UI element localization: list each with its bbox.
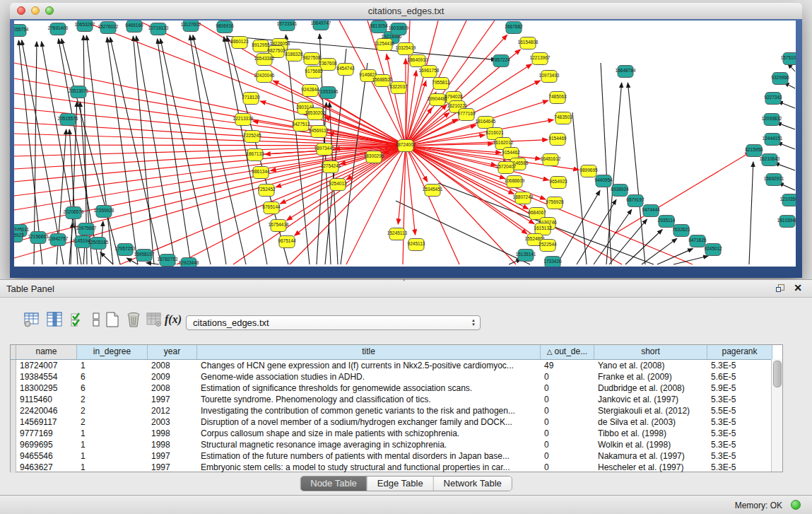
cell-in-degree[interactable]: 1 — [77, 360, 148, 371]
graph-node[interactable]: 8938924 — [611, 185, 629, 197]
column-header-year[interactable]: year — [148, 345, 197, 359]
graph-node[interactable]: 8454743 — [336, 64, 355, 76]
citation-edge-black[interactable] — [133, 36, 154, 264]
graph-node[interactable]: 8471626 — [688, 235, 707, 247]
memory-status-icon[interactable] — [791, 500, 801, 510]
cell-name[interactable]: 22420046 — [16, 405, 77, 416]
cell-year[interactable]: 2008 — [148, 382, 197, 394]
cell-pagerank[interactable]: 5.3E-5 — [707, 428, 772, 439]
cell-title[interactable]: Disruption of a novel member of a sodium… — [197, 416, 541, 428]
cell-pagerank[interactable]: 5.3E-5 — [707, 394, 772, 405]
citation-edge-black[interactable] — [572, 112, 587, 264]
cell-title[interactable]: Estimation of significance thresholds fo… — [197, 382, 541, 394]
table-row[interactable]: 1938455462009Genome-wide association stu… — [11, 371, 782, 382]
column-header-out-de-[interactable]: △out_de... — [541, 345, 594, 359]
cell-year[interactable]: 2012 — [148, 405, 197, 416]
citation-edge-red[interactable] — [273, 81, 406, 146]
graph-node[interactable]: 8860123 — [230, 37, 249, 49]
citation-edge-red[interactable] — [14, 145, 406, 146]
citation-edge-black[interactable] — [775, 163, 795, 170]
cell-pagerank[interactable]: 5.3E-5 — [707, 360, 772, 371]
graph-node[interactable]: 9329966 — [771, 73, 789, 85]
graph-node[interactable]: 12754241 — [321, 161, 341, 173]
graph-node[interactable]: 1867133 — [246, 149, 264, 161]
cell-out-de-[interactable]: 0 — [541, 450, 594, 462]
cell-pagerank[interactable]: 5.6E-5 — [707, 371, 772, 382]
graph-node[interactable]: 7485063 — [548, 92, 567, 104]
cell-name[interactable]: 19384554 — [16, 371, 77, 382]
graph-node[interactable]: 7857224 — [492, 55, 510, 67]
graph-node[interactable]: 9175685 — [305, 66, 323, 78]
graph-node[interactable]: 1615132 — [534, 223, 552, 235]
cell-title[interactable]: Structural magnetic resonance image aver… — [197, 439, 541, 450]
cell-year[interactable]: 1997 — [148, 450, 197, 462]
graph-node[interactable]: 10653287 — [75, 21, 95, 32]
graph-node[interactable]: 18103948 — [777, 216, 796, 228]
close-panel-icon[interactable]: ✕ — [794, 283, 802, 293]
cell-pagerank[interactable]: 5.3E-5 — [707, 416, 772, 428]
graph-node[interactable]: 22420046 — [254, 71, 275, 83]
cell-short[interactable]: Nakamura et al. (1997) — [594, 450, 707, 462]
table-row[interactable]: 977716911998Corpus callosum shape and si… — [11, 428, 782, 439]
citation-edge-black[interactable] — [577, 199, 616, 264]
graph-node[interactable]: 18640910 — [408, 55, 428, 67]
graph-node[interactable]: 9154462 — [502, 148, 520, 160]
tab-network-table[interactable]: Network Table — [433, 477, 512, 491]
graph-node[interactable]: 18807243 — [513, 192, 534, 204]
graph-node[interactable]: 17359928 — [94, 206, 114, 218]
graph-node[interactable]: 8186328 — [285, 49, 303, 62]
graph-node[interactable]: 9654923 — [549, 177, 567, 189]
cell-in-degree[interactable]: 6 — [77, 371, 148, 382]
cell-name[interactable]: 9463627 — [16, 462, 77, 473]
cell-title[interactable]: Embryonic stem cells: a model to study s… — [197, 462, 541, 473]
citation-edge-black[interactable] — [325, 49, 346, 264]
cell-year[interactable]: 1998 — [148, 439, 197, 450]
graph-node[interactable]: 11254436 — [375, 39, 395, 51]
table-scrollbar[interactable] — [771, 359, 782, 472]
graph-node[interactable]: 6879197 — [626, 195, 645, 207]
cell-out-de-[interactable]: 0 — [541, 382, 594, 394]
citation-edge-red[interactable] — [346, 146, 406, 264]
citation-edge-black[interactable] — [606, 83, 622, 264]
cell-pagerank[interactable]: 5.9E-5 — [707, 382, 772, 394]
cell-name[interactable]: 18300295 — [16, 382, 77, 394]
graph-node[interactable]: 9756928 — [546, 197, 564, 209]
graph-node[interactable]: 9242844 — [301, 85, 319, 97]
citation-edge-red[interactable] — [281, 146, 406, 204]
cell-year[interactable]: 1997 — [148, 394, 197, 405]
cell-pagerank[interactable]: 5.3E-5 — [707, 462, 772, 473]
graph-node[interactable]: 2522544 — [539, 240, 557, 252]
graph-node[interactable]: 18300295 — [364, 151, 384, 163]
graph-node[interactable]: 18724007 — [396, 140, 416, 152]
table-selector-dropdown[interactable]: citations_edges.txt ▲▼ — [186, 315, 481, 330]
citation-edge-red[interactable] — [614, 152, 751, 234]
graph-node[interactable]: 14569117 — [309, 126, 329, 138]
cell-in-degree[interactable]: 2 — [77, 394, 148, 405]
cell-name[interactable]: 9777169 — [16, 428, 77, 439]
graph-node[interactable]: 24055754 — [14, 25, 29, 37]
graph-node[interactable]: 2935114 — [658, 216, 676, 228]
table-row[interactable]: 946554611997Estimation of the future num… — [11, 450, 782, 462]
cell-out-de-[interactable]: 0 — [541, 394, 594, 405]
cell-pagerank[interactable]: 5.5E-5 — [707, 405, 772, 416]
graph-node[interactable]: 12444151 — [763, 134, 783, 146]
graph-node[interactable]: 6466160 — [125, 21, 143, 33]
table-row[interactable]: 946362711997Embryonic stem cells: a mode… — [11, 462, 782, 473]
cell-name[interactable]: 9699695 — [16, 439, 77, 450]
graph-node[interactable]: 20206576 — [64, 207, 84, 219]
graph-node[interactable]: 8322037 — [389, 82, 408, 94]
graph-node[interactable]: 8427512 — [292, 119, 310, 132]
graph-node[interactable]: 16754434 — [269, 220, 289, 232]
citation-edge-black[interactable] — [100, 252, 113, 264]
cell-out-de-[interactable]: 49 — [541, 360, 594, 371]
graph-node[interactable]: 17957253 — [115, 244, 136, 256]
cell-name[interactable]: 9115460 — [16, 394, 77, 405]
graph-node[interactable]: 15135141 — [516, 250, 536, 262]
graph-node[interactable]: 9777169 — [457, 109, 476, 121]
cell-year[interactable]: 2009 — [148, 371, 197, 382]
graph-node[interactable]: 16481612 — [541, 154, 561, 166]
graph-node[interactable]: 20513071 — [69, 86, 89, 98]
citation-edge-black[interactable] — [642, 238, 677, 264]
cell-name[interactable]: 14569117 — [16, 416, 77, 428]
cell-short[interactable]: Jankovic et al. (1997) — [594, 394, 707, 405]
